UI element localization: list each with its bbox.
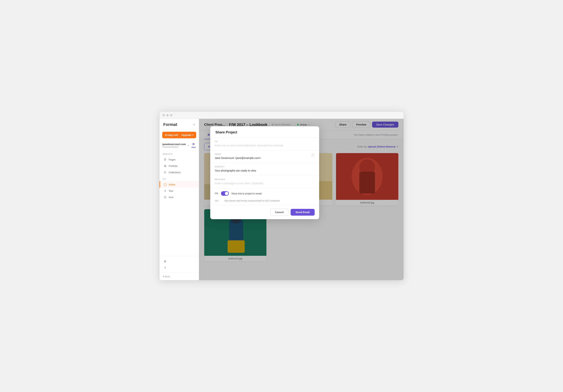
modal-body: TO FROM Jane Dovercourt <jane@example.co…	[210, 138, 319, 205]
app-window: Format ≡ 14 days left Upgrade > janedove…	[160, 112, 404, 280]
sidebar-item-pages-label: Pages	[169, 158, 176, 161]
subject-label: SUBJECT	[215, 166, 315, 168]
pages-icon: ☰	[164, 158, 167, 161]
share-project-modal: Share Project TO FROM Jan	[210, 126, 319, 219]
modal-footer: Cancel Send Email	[210, 205, 319, 219]
item-count: 9 items	[160, 273, 199, 280]
help-icon: ?	[164, 266, 167, 269]
grid-icon: ⊡	[164, 196, 167, 199]
sidebar-item-text-label: Text	[169, 190, 173, 192]
from-content: FROM Jane Dovercourt <jane@example.com>	[215, 153, 261, 160]
url-value: http://demo-site.format.com/proofing/f-w…	[225, 200, 280, 202]
url-label: URL	[215, 200, 222, 202]
to-section: TO	[210, 138, 319, 150]
sidebar-item-settings[interactable]: ⚙	[160, 258, 199, 265]
user-name: janedovercourt.com	[163, 143, 186, 146]
sidebar-item-grid[interactable]: ⊡ Grid	[160, 194, 199, 200]
from-value: Jane Dovercourt <jane@example.com>	[215, 156, 261, 160]
sidebar-item-collections-label: Collections	[169, 171, 181, 174]
text-icon: ≡	[164, 189, 167, 192]
sidebar-item-active[interactable]: ◯ Active	[160, 181, 199, 188]
send-email-button[interactable]: Send Email	[291, 209, 314, 215]
from-help-icon[interactable]: ?	[311, 153, 315, 157]
sidebar-header: Format ≡	[160, 119, 199, 129]
fo-section-label: FO	[160, 176, 199, 181]
view-label: View	[192, 146, 196, 148]
sidebar-item-help[interactable]: ?	[160, 265, 199, 271]
subject-section: SUBJECT	[210, 163, 319, 176]
toggle-switch[interactable]	[221, 191, 229, 196]
modal-overlay: Share Project TO FROM Jan	[199, 119, 404, 280]
titlebar	[160, 112, 404, 119]
user-section: janedovercourt.com Personal Monthly ▼ 👁 …	[160, 140, 199, 151]
sidebar-item-active-label: Active	[169, 183, 175, 186]
portfolio-icon: ⊞	[164, 164, 167, 167]
window-dot-min	[166, 114, 168, 116]
user-info[interactable]: janedovercourt.com Personal Monthly ▼	[163, 143, 189, 148]
sidebar-item-grid-label: Grid	[169, 196, 173, 199]
eye-icon: 👁	[192, 142, 195, 146]
modal-title: Share Project	[210, 126, 319, 138]
sidebar-bottom: ⚙ ?	[160, 256, 199, 273]
from-label: FROM	[215, 153, 261, 155]
sidebar-item-text[interactable]: ≡ Text	[160, 188, 199, 194]
main-content: Client Proo... › F/W 2017 – Lookbook ⊠ N…	[199, 119, 404, 280]
toggle-knob	[225, 192, 228, 195]
from-section-inner: FROM Jane Dovercourt <jane@example.com> …	[215, 153, 315, 160]
sidebar: Format ≡ 14 days left Upgrade > janedove…	[160, 119, 199, 280]
trial-banner[interactable]: 14 days left Upgrade >	[162, 132, 196, 138]
user-plan: Personal Monthly	[163, 146, 186, 148]
view-button[interactable]: 👁 View	[192, 142, 196, 148]
url-section: URL http://demo-site.format.com/proofing…	[210, 199, 319, 205]
cancel-button[interactable]: Cancel	[270, 209, 288, 216]
sidebar-item-collections[interactable]: ☷ Collections	[160, 169, 199, 176]
collapse-icon[interactable]: ≡	[193, 123, 195, 126]
website-section-label: WEBSITE	[160, 151, 199, 156]
sidebar-item-pages[interactable]: ☰ Pages	[160, 156, 199, 163]
sidebar-logo: Format	[163, 122, 177, 127]
subject-input[interactable]	[215, 169, 315, 172]
toggle-text: Show link to project in email	[231, 192, 262, 195]
message-label: MESSAGE	[215, 178, 315, 180]
toggle-section: ON Show link to project in email	[210, 188, 319, 199]
collections-icon: ☷	[164, 171, 167, 174]
user-dropdown-icon: ▼	[187, 144, 189, 147]
sidebar-item-portfolio-label: Portfolio	[169, 164, 178, 167]
active-icon: ◯	[164, 183, 167, 186]
sidebar-item-portfolio[interactable]: ⊞ Portfolio	[160, 163, 199, 169]
from-section: FROM Jane Dovercourt <jane@example.com> …	[210, 150, 319, 163]
settings-icon: ⚙	[164, 260, 167, 263]
message-section: MESSAGE	[210, 176, 319, 188]
window-dot-max	[170, 114, 172, 116]
to-input[interactable]	[215, 144, 315, 147]
to-label: TO	[215, 140, 315, 143]
toggle-on-label: ON	[215, 192, 218, 195]
app-layout: Format ≡ 14 days left Upgrade > janedove…	[160, 119, 404, 280]
message-input[interactable]	[215, 182, 315, 185]
trial-days-left: 14 days left	[165, 134, 178, 136]
upgrade-link[interactable]: Upgrade >	[181, 134, 193, 136]
window-dot-close	[163, 114, 165, 116]
